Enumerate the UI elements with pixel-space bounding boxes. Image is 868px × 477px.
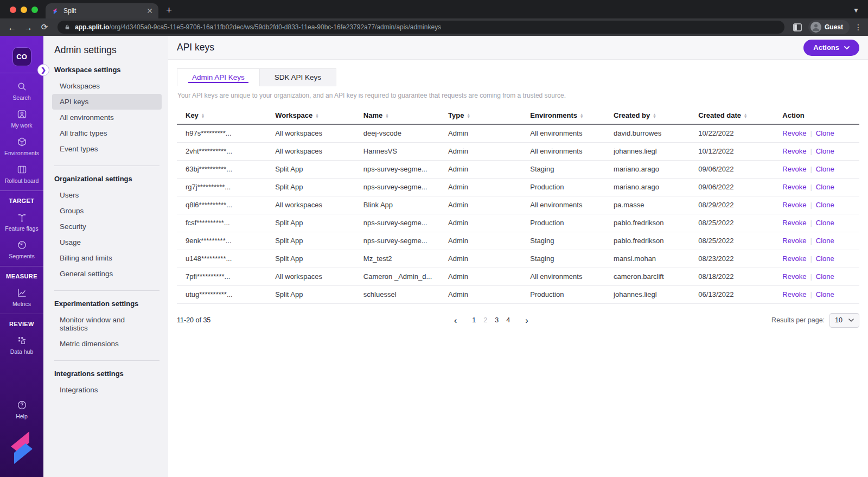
column-header-created-by[interactable]: Created by▲▼ bbox=[605, 106, 690, 124]
nav-item-api-keys[interactable]: API keys bbox=[52, 94, 162, 110]
browser-tab[interactable]: Split ✕ bbox=[46, 3, 158, 18]
sidebar-item-rollout-board[interactable]: Rollout board bbox=[0, 164, 43, 184]
address-bar[interactable]: app.split.io/org/4d3405a0-9ca5-11e5-9706… bbox=[58, 21, 784, 34]
browser-profile-button[interactable]: Guest bbox=[808, 20, 850, 34]
clone-link[interactable]: Clone bbox=[816, 237, 834, 245]
chevron-left-icon[interactable]: ‹ bbox=[445, 316, 466, 325]
sort-icon[interactable]: ▲▼ bbox=[653, 113, 656, 118]
new-tab-button[interactable]: + bbox=[166, 5, 172, 15]
page-number-4[interactable]: 4 bbox=[505, 316, 511, 324]
revoke-link[interactable]: Revoke bbox=[782, 165, 806, 173]
sidebar-item-help[interactable]: Help bbox=[0, 399, 43, 419]
column-header-type[interactable]: Type▲▼ bbox=[439, 106, 521, 124]
sidebar-expand-button[interactable]: ❯ bbox=[37, 64, 49, 76]
cell-environments: Staging bbox=[521, 160, 605, 178]
cell-workspace: Split App bbox=[266, 250, 355, 268]
nav-item-general-settings[interactable]: General settings bbox=[52, 266, 162, 282]
cell-workspace: All workspaces bbox=[266, 124, 355, 142]
window-minimize-button[interactable] bbox=[21, 7, 27, 13]
sidebar-item-segments[interactable]: Segments bbox=[0, 239, 43, 259]
cell-type: Admin bbox=[439, 268, 521, 285]
nav-item-integrations[interactable]: Integrations bbox=[52, 382, 162, 398]
revoke-link[interactable]: Revoke bbox=[782, 237, 806, 245]
action-separator: | bbox=[810, 165, 812, 173]
revoke-link[interactable]: Revoke bbox=[782, 183, 806, 191]
tab-admin-api-keys[interactable]: Admin API Keys bbox=[177, 68, 260, 86]
action-separator: | bbox=[810, 272, 812, 281]
sidebar-item-my-work[interactable]: My work bbox=[0, 109, 43, 129]
nav-item-all-traffic-types[interactable]: All traffic types bbox=[52, 125, 162, 141]
sidebar-item-search[interactable]: Search bbox=[0, 81, 43, 101]
cell-created-date: 08/25/2022 bbox=[690, 214, 774, 232]
page-numbers: 1234 bbox=[471, 316, 511, 324]
forward-button[interactable]: → bbox=[21, 20, 36, 34]
sort-icon[interactable]: ▲▼ bbox=[580, 113, 583, 118]
tab-close-icon[interactable]: ✕ bbox=[146, 7, 153, 15]
nav-item-event-types[interactable]: Event types bbox=[52, 141, 162, 157]
nav-item-security[interactable]: Security bbox=[52, 219, 162, 234]
column-header-name[interactable]: Name▲▼ bbox=[355, 106, 439, 124]
revoke-link[interactable]: Revoke bbox=[782, 147, 806, 155]
sort-icon[interactable]: ▲▼ bbox=[315, 113, 318, 118]
actions-button[interactable]: Actions bbox=[803, 40, 859, 56]
results-per-page-select[interactable]: 10 bbox=[829, 313, 859, 328]
page-number-3[interactable]: 3 bbox=[494, 316, 500, 324]
browser-menu-icon[interactable]: ⋮ bbox=[853, 23, 864, 31]
sidebar-divider bbox=[0, 314, 43, 314]
nav-item-users[interactable]: Users bbox=[52, 187, 162, 203]
revoke-link[interactable]: Revoke bbox=[782, 255, 806, 263]
revoke-link[interactable]: Revoke bbox=[782, 201, 806, 209]
sort-icon[interactable]: ▲▼ bbox=[744, 113, 747, 118]
nav-item-workspaces[interactable]: Workspaces bbox=[52, 78, 162, 94]
nav-group-integrations-settings: Integrations settings bbox=[54, 370, 168, 378]
revoke-link[interactable]: Revoke bbox=[782, 129, 806, 137]
page-number-2[interactable]: 2 bbox=[482, 316, 488, 324]
table-row: h97s*********...All workspacesdeej-vscod… bbox=[177, 124, 859, 142]
sort-icon[interactable]: ▲▼ bbox=[201, 113, 205, 118]
cell-type: Admin bbox=[439, 124, 521, 142]
tab-sdk-api-keys[interactable]: SDK API Keys bbox=[260, 68, 336, 86]
clone-link[interactable]: Clone bbox=[816, 147, 834, 155]
sidebar-item-metrics[interactable]: Metrics bbox=[0, 287, 43, 307]
nav-item-usage[interactable]: Usage bbox=[52, 234, 162, 250]
column-header-created-date[interactable]: Created date▲▼ bbox=[690, 106, 774, 124]
nav-item-groups[interactable]: Groups bbox=[52, 203, 162, 219]
side-panel-icon[interactable] bbox=[790, 20, 805, 34]
page-number-1[interactable]: 1 bbox=[471, 316, 477, 324]
sidebar-item-data-hub[interactable]: Data hub bbox=[0, 335, 43, 355]
revoke-link[interactable]: Revoke bbox=[782, 272, 806, 281]
back-button[interactable]: ← bbox=[4, 20, 20, 34]
action-separator: | bbox=[810, 183, 812, 191]
nav-item-monitor-window-and-statistics[interactable]: Monitor window and statistics bbox=[52, 312, 162, 336]
table-body: h97s*********...All workspacesdeej-vscod… bbox=[177, 124, 859, 303]
window-close-button[interactable] bbox=[10, 7, 16, 13]
clone-link[interactable]: Clone bbox=[816, 272, 834, 281]
clone-link[interactable]: Clone bbox=[816, 255, 834, 263]
revoke-link[interactable]: Revoke bbox=[782, 219, 806, 227]
clone-link[interactable]: Clone bbox=[816, 290, 834, 298]
chevron-right-icon[interactable]: › bbox=[516, 316, 537, 325]
reload-button[interactable]: ⟳ bbox=[37, 20, 52, 34]
sort-icon[interactable]: ▲▼ bbox=[467, 113, 470, 118]
column-header-key[interactable]: Key▲▼ bbox=[177, 106, 266, 124]
nav-item-metric-dimensions[interactable]: Metric dimensions bbox=[52, 336, 162, 352]
clone-link[interactable]: Clone bbox=[816, 129, 834, 137]
column-header-environments[interactable]: Environments▲▼ bbox=[521, 106, 605, 124]
column-header-workspace[interactable]: Workspace▲▼ bbox=[266, 106, 355, 124]
clone-link[interactable]: Clone bbox=[816, 201, 834, 209]
browser-window: Split ✕ + ▼ ← → ⟳ app.split.io/org/4d340… bbox=[0, 0, 868, 477]
revoke-link[interactable]: Revoke bbox=[782, 290, 806, 298]
table-row: fcsf**********...Split Appnps-survey-seg… bbox=[177, 214, 859, 232]
nav-item-all-environments[interactable]: All environments bbox=[52, 110, 162, 125]
nav-item-billing-and-limits[interactable]: Billing and limits bbox=[52, 250, 162, 266]
sort-icon[interactable]: ▲▼ bbox=[385, 113, 388, 118]
clone-link[interactable]: Clone bbox=[816, 165, 834, 173]
sidebar-item-feature-flags[interactable]: Feature flags bbox=[0, 212, 43, 232]
tab-search-chevron-down-icon[interactable]: ▼ bbox=[853, 7, 859, 14]
clone-link[interactable]: Clone bbox=[816, 183, 834, 191]
window-zoom-button[interactable] bbox=[31, 7, 38, 13]
workspace-badge[interactable]: CO bbox=[12, 47, 31, 66]
sidebar-item-environments[interactable]: Environments bbox=[0, 136, 43, 156]
cell-key: h97s*********... bbox=[177, 124, 266, 142]
clone-link[interactable]: Clone bbox=[816, 219, 834, 227]
